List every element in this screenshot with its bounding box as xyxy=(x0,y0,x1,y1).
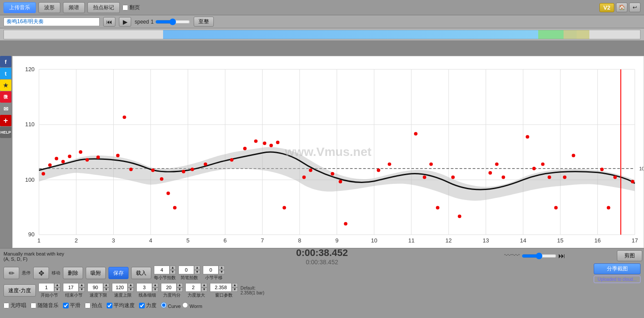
wave-slider[interactable] xyxy=(522,252,557,259)
worm-radio[interactable] xyxy=(182,302,188,308)
back-button[interactable]: ↩ xyxy=(629,3,641,12)
curve-radio-label[interactable]: Curve xyxy=(161,302,181,309)
start-bar-down[interactable]: ▼ xyxy=(54,287,60,292)
force-min-down[interactable]: ▼ xyxy=(177,287,183,292)
beat-mark-button[interactable]: 拍点标记 xyxy=(87,2,120,13)
beat-point-label[interactable]: 拍点 xyxy=(85,302,102,309)
line-thin-spinners: ▲ ▼ xyxy=(152,283,158,292)
start-bar-field[interactable] xyxy=(38,283,54,292)
force-checkbox[interactable] xyxy=(139,303,145,308)
speed-high-label: 速度上限 xyxy=(114,292,132,298)
end-bar-up[interactable]: ▲ xyxy=(79,283,85,287)
move-icon-btn[interactable]: ✥ xyxy=(33,267,49,279)
waveform-region-green xyxy=(538,30,564,39)
v2-button[interactable]: V2 xyxy=(599,3,614,12)
svg-text:102.0: 102.0 xyxy=(639,166,644,171)
facebook-icon[interactable]: f xyxy=(0,56,11,67)
page-checkbox-label[interactable]: 翻页 xyxy=(122,4,140,11)
beats-per-bar-down[interactable]: ▼ xyxy=(170,270,176,274)
file-name-input[interactable] xyxy=(3,17,100,26)
rough-field[interactable] xyxy=(178,266,194,274)
rough-up[interactable]: ▲ xyxy=(194,266,200,270)
zheng-button[interactable]: 至整 xyxy=(194,17,214,27)
chart-container[interactable]: 120 110 100 90 1 2 3 4 5 6 7 8 9 10 11 1… xyxy=(12,56,644,248)
smooth-checkbox[interactable] xyxy=(63,303,69,308)
start-bar-up[interactable]: ▲ xyxy=(54,283,60,287)
line-thin-field[interactable] xyxy=(136,283,152,292)
random-sound-checkbox[interactable] xyxy=(31,303,36,308)
speed-low-field[interactable] xyxy=(87,283,103,292)
force-scale-spinners: ▲ ▼ xyxy=(201,283,207,292)
fen-button[interactable]: 分季截图 xyxy=(594,263,641,274)
help-icon[interactable]: HELP xyxy=(0,127,11,138)
beat-point-checkbox[interactable] xyxy=(85,303,91,308)
worm-radio-label[interactable]: Worm xyxy=(182,302,202,309)
twitter-icon[interactable]: t xyxy=(0,68,11,79)
speed-high-up[interactable]: ▲ xyxy=(128,283,134,287)
svg-point-46 xyxy=(42,172,45,176)
force-scale-field[interactable] xyxy=(185,283,201,292)
window-up[interactable]: ▲ xyxy=(232,283,238,287)
speed-low-up[interactable]: ▲ xyxy=(103,283,109,287)
speed-low-label: 速度下限 xyxy=(90,292,107,298)
step-up[interactable]: ▲ xyxy=(219,266,225,270)
delete-button[interactable]: 删除 xyxy=(63,267,83,279)
force-checkbox-label[interactable]: 力度 xyxy=(139,302,157,309)
svg-text:100: 100 xyxy=(25,176,35,183)
absorb-button[interactable]: 吸附 xyxy=(86,267,106,279)
load-button[interactable]: 载入 xyxy=(131,267,151,279)
avg-speed-label[interactable]: 平均速度 xyxy=(107,302,135,309)
avg-speed-checkbox[interactable] xyxy=(107,303,112,308)
time-sub: 0:00:38.452 xyxy=(296,259,348,266)
beats-per-bar-field[interactable] xyxy=(154,266,170,274)
jian-button[interactable]: 剪图 xyxy=(617,250,642,261)
no-sound-checkbox[interactable] xyxy=(3,303,9,308)
window-field[interactable] xyxy=(210,283,232,292)
line-thin-up[interactable]: ▲ xyxy=(152,283,158,287)
curve-radio[interactable] xyxy=(161,302,167,308)
spectrum-button[interactable]: 频谱 xyxy=(63,2,85,13)
home-button[interactable]: 🏠 xyxy=(616,3,627,12)
speed-force-button[interactable]: 速度-力度 xyxy=(3,284,36,297)
force-min-up[interactable]: ▲ xyxy=(177,283,183,287)
svg-text:11: 11 xyxy=(408,237,414,244)
end-bar-down[interactable]: ▼ xyxy=(79,287,85,292)
waveform-track[interactable] xyxy=(3,30,641,39)
line-thin-down[interactable]: ▼ xyxy=(152,287,158,292)
svg-point-61 xyxy=(182,170,185,173)
start-bar-label: 开始小节 xyxy=(41,292,58,298)
svg-text:4: 4 xyxy=(149,237,152,244)
suspend-icon-btn[interactable]: ✏ xyxy=(3,267,19,279)
speed-slider[interactable] xyxy=(155,18,190,25)
plus-icon[interactable]: + xyxy=(0,115,11,126)
no-sound-label[interactable]: 无哼唱 xyxy=(3,302,26,309)
rough-down[interactable]: ▼ xyxy=(194,270,200,274)
weibo-star-icon[interactable]: ★ xyxy=(0,80,11,91)
page-checkbox[interactable] xyxy=(122,5,128,10)
mail-icon[interactable]: ✉ xyxy=(0,103,11,114)
force-min-field[interactable] xyxy=(161,283,177,292)
end-bar-field[interactable] xyxy=(63,283,79,292)
speed-high-down[interactable]: ▼ xyxy=(128,287,134,292)
wave-button[interactable]: 波形 xyxy=(38,2,60,13)
force-scale-up[interactable]: ▲ xyxy=(201,283,207,287)
smooth-label[interactable]: 平滑 xyxy=(63,302,80,309)
random-sound-label[interactable]: 随随音乐 xyxy=(31,302,59,309)
upload-music-button[interactable]: 上传音乐 xyxy=(3,2,36,13)
save-button[interactable]: 保存 xyxy=(108,267,129,279)
rewind-button[interactable]: ⏮ xyxy=(103,17,115,27)
beats-per-bar-spinners: ▲ ▼ xyxy=(170,266,176,274)
svg-point-83 xyxy=(458,214,461,218)
bottom-area: Manually mark beat with key (A, S, D, F)… xyxy=(0,248,644,318)
play-button[interactable]: ▶ xyxy=(119,17,131,27)
step-down[interactable]: ▼ xyxy=(219,270,225,274)
step-field[interactable] xyxy=(203,266,219,274)
force-scale-down[interactable]: ▼ xyxy=(201,287,207,292)
speed-low-down[interactable]: ▼ xyxy=(103,287,109,292)
waveform-wave xyxy=(163,30,577,39)
beats-per-bar-up[interactable]: ▲ xyxy=(170,266,176,270)
speed-high-field[interactable] xyxy=(112,283,128,292)
weibo-icon[interactable]: 微 xyxy=(0,91,11,103)
window-down[interactable]: ▼ xyxy=(232,287,238,292)
speed-high-wrap: ▲ ▼ 速度上限 xyxy=(112,283,134,298)
